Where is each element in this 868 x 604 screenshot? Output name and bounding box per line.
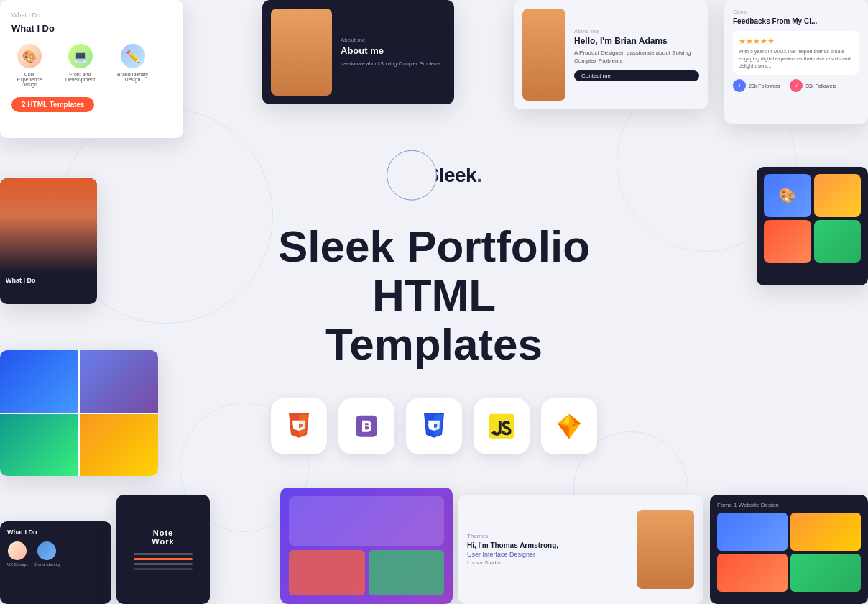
card-what-i-do: What I Do What I Do 🎨 User Experience De… bbox=[0, 0, 183, 138]
about-dark-sub: About me bbox=[341, 37, 440, 43]
about-dark-body: passionate about Solving Complex Problem… bbox=[341, 60, 440, 68]
dark-cell-2 bbox=[814, 174, 862, 217]
about-light-desc: A Product Designer, passionate about Sol… bbox=[574, 49, 699, 65]
portfolio-cell-2 bbox=[80, 350, 158, 413]
notebook-line-3 bbox=[134, 563, 193, 565]
about-dark-text: About me About me passionate about Solvi… bbox=[341, 9, 440, 96]
bottom-wid-label: What I Do bbox=[7, 528, 104, 536]
fb-stars: ★★★★★ bbox=[739, 37, 854, 46]
about-light-photo bbox=[522, 9, 565, 101]
wid-bottom: What I Do bbox=[0, 273, 97, 288]
dark-cell-1: 🎨 bbox=[764, 174, 811, 217]
html-badge: 2 HTML Templates bbox=[11, 97, 94, 112]
service-brand-label: Brand Identity Design bbox=[113, 72, 152, 82]
about-light-name: Hello, I'm Brian Adams bbox=[574, 36, 699, 46]
card-bottom-right-dark: Forne 1 Website Design bbox=[710, 495, 868, 604]
svg-rect-14 bbox=[489, 413, 514, 438]
brd-cell-3 bbox=[717, 554, 788, 592]
fb-title: Feedbacks From My Cl... bbox=[733, 17, 859, 25]
card-notebook: NoteWork bbox=[116, 495, 210, 604]
card-feedbacks-top: Cons Feedbacks From My Cl... ★★★★★ With … bbox=[724, 0, 868, 124]
about-dark-photo bbox=[271, 9, 332, 96]
bottom-svc-1: UX Design bbox=[7, 541, 28, 567]
thomas-role: User Interface Designer bbox=[467, 551, 628, 558]
logo-circle bbox=[387, 150, 437, 201]
brd-cell-4 bbox=[790, 554, 861, 592]
icon-html5 bbox=[271, 398, 327, 454]
brd-cell-1 bbox=[717, 513, 788, 551]
service-dev-label: Front-end Development bbox=[60, 72, 100, 82]
icon-bootstrap bbox=[338, 398, 394, 454]
notebook-line-4 bbox=[134, 568, 193, 570]
about-light-label: About me bbox=[574, 28, 699, 35]
notebook-line-1 bbox=[134, 553, 193, 555]
wid-subtitle: What I Do bbox=[11, 12, 172, 19]
app-cell-2 bbox=[369, 550, 445, 595]
card-app-screenshot bbox=[280, 488, 453, 604]
dark-cell-3 bbox=[764, 220, 811, 263]
service-ux: 🎨 User Experience Design bbox=[11, 44, 47, 87]
contact-btn[interactable]: Contact me bbox=[574, 70, 699, 81]
portfolio-cell-3 bbox=[0, 414, 78, 477]
fb-text: With 5 years in UI/UX I've helped brands… bbox=[739, 48, 854, 69]
hero-title: Sleek Portfolio HTML Templates bbox=[217, 222, 651, 370]
service-brand: ✏️ Brand Identity Design bbox=[113, 44, 152, 87]
portfolio-cell-1 bbox=[0, 350, 78, 413]
app-cell-1 bbox=[289, 550, 365, 595]
redhead-photo bbox=[0, 178, 97, 273]
fb-follower1: J 20k Followers bbox=[733, 79, 780, 92]
portfolio-cell-4 bbox=[80, 414, 158, 477]
thomas-studio: Luova Studio bbox=[467, 559, 628, 566]
tech-icons-row bbox=[271, 398, 597, 454]
card-about-light: About me Hello, I'm Brian Adams A Produc… bbox=[514, 0, 708, 109]
notebook-text: NoteWork bbox=[152, 528, 174, 546]
service-dev: 💻 Front-end Development bbox=[60, 44, 100, 87]
icon-sketch bbox=[541, 398, 597, 454]
about-light-text: About me Hello, I'm Brian Adams A Produc… bbox=[574, 9, 699, 101]
fb-label: Cons bbox=[733, 9, 859, 15]
thomas-photo bbox=[637, 510, 694, 589]
icon-js bbox=[474, 398, 530, 454]
dark-cell-4 bbox=[814, 220, 862, 263]
thomas-text: Themes Hi, I'm Thomas Armstrong, User In… bbox=[467, 533, 628, 566]
card-thomas: Themes Hi, I'm Thomas Armstrong, User In… bbox=[458, 495, 703, 604]
bottom-svc-2: Brand Identity bbox=[34, 541, 60, 567]
about-dark-heading: About me bbox=[341, 45, 440, 56]
notebook-line-2 bbox=[134, 558, 193, 560]
service-ux-label: User Experience Design bbox=[11, 72, 47, 87]
card-bottom-wid: What I Do UX Design Brand Identity bbox=[0, 521, 111, 604]
brd-cell-2 bbox=[790, 513, 861, 551]
card-right-mid-dark: 🎨 bbox=[757, 167, 868, 285]
app-top-half bbox=[289, 496, 444, 546]
wid-label: What I Do bbox=[6, 277, 91, 284]
wid-title: What I Do bbox=[11, 23, 172, 34]
card-portfolio-grid bbox=[0, 350, 158, 476]
card-redhead-left: What I Do bbox=[0, 178, 97, 304]
thomas-name: Hi, I'm Thomas Armstrong, bbox=[467, 541, 628, 549]
icon-css3 bbox=[406, 398, 462, 454]
card-about-dark: About me About me passionate about Solvi… bbox=[262, 0, 454, 104]
thomas-label: Themes bbox=[467, 533, 628, 539]
fb-follower2: J 30k Followers bbox=[790, 79, 836, 92]
logo-area: Sleek. bbox=[387, 150, 482, 201]
brd-label: Forne 1 Website Design bbox=[717, 502, 861, 508]
hero-center: Sleek. Sleek Portfolio HTML Templates bbox=[217, 150, 651, 454]
